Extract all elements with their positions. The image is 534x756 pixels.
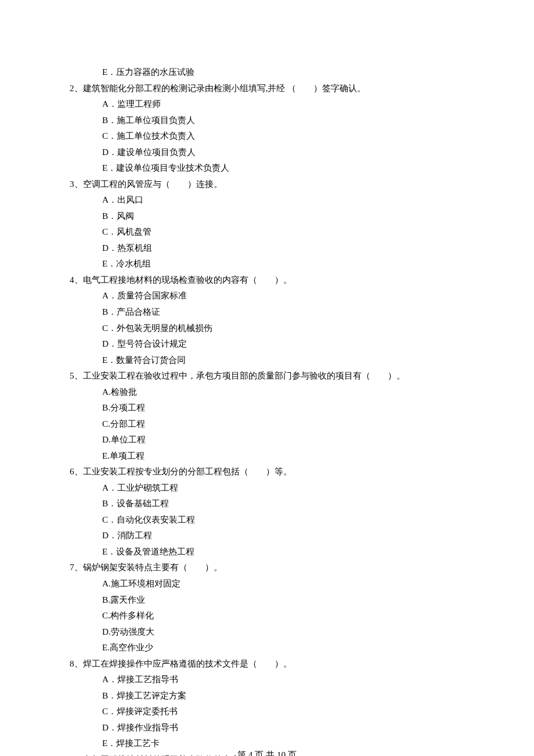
q4-option-a: A．质量符合国家标准 — [70, 287, 464, 304]
q2-stem: 2、建筑智能化分部工程的检测记录由检测小组填写,并经 （ ）签字确认。 — [70, 80, 464, 96]
q2-option-c: C．施工单位技术负责入 — [70, 128, 464, 144]
q5-option-d: D.单位工程 — [70, 431, 464, 448]
q4-option-d: D．型号符合设计规定 — [70, 336, 464, 352]
q1-option-e: E．压力容器的水压试验 — [70, 64, 464, 80]
q5-option-e: E.单项工程 — [70, 448, 464, 464]
q6-option-d: D．消防工程 — [70, 527, 464, 543]
q7-option-a: A.施工环境相对固定 — [70, 575, 464, 592]
q8-option-d: D．焊接作业指导书 — [70, 719, 464, 736]
q4-stem: 4、电气工程接地材料的现场检查验收的内容有（ ）。 — [70, 272, 464, 288]
q6-option-b: B．设备基础工程 — [70, 495, 464, 512]
q6-option-e: E．设备及管道绝热工程 — [70, 543, 464, 560]
q7-option-c: C.构件多样化 — [70, 607, 464, 624]
q2-option-a: A．监理工程师 — [70, 96, 464, 112]
q2-option-b: B．施工单位项目负责人 — [70, 112, 464, 128]
document-page: E．压力容器的水压试验 2、建筑智能化分部工程的检测记录由检测小组填写,并经 （… — [0, 0, 534, 756]
q2-option-e: E．建设单位项目专业技术负责人 — [70, 160, 464, 176]
q5-option-b: B.分项工程 — [70, 399, 464, 416]
q5-stem: 5、工业安装工程在验收过程中，承包方项目部的质量部门参与验收的项目有（ ）。 — [70, 368, 464, 384]
page-number-footer: 第 4 页 共 10 页 — [0, 747, 534, 756]
q4-option-c: C．外包装无明显的机械损伤 — [70, 320, 464, 336]
q7-option-d: D.劳动强度大 — [70, 624, 464, 640]
q3-option-c: C．风机盘管 — [70, 224, 464, 240]
q6-stem: 6、工业安装工程按专业划分的分部工程包括（ ）等。 — [70, 463, 464, 480]
q2-option-d: D．建设单位项目负责人 — [70, 144, 464, 160]
q4-option-e: E．数量符合订货合同 — [70, 352, 464, 368]
q8-option-c: C．焊接评定委托书 — [70, 703, 464, 719]
q6-option-a: A．工业炉砌筑工程 — [70, 480, 464, 496]
q7-option-e: E.高空作业少 — [70, 639, 464, 656]
q3-option-e: E．冷水机组 — [70, 255, 464, 272]
q5-option-a: A.检验批 — [70, 384, 464, 400]
q3-stem: 3、空调工程的风管应与（ ）连接。 — [70, 176, 464, 192]
q3-option-a: A．出风口 — [70, 192, 464, 208]
q8-stem: 8、焊工在焊接操作中应严格遵循的技术文件是（ ）。 — [70, 656, 464, 672]
q4-option-b: B．产品合格证 — [70, 304, 464, 320]
q7-option-b: B.露天作业 — [70, 592, 464, 608]
q8-option-a: A．焊接工艺指导书 — [70, 671, 464, 687]
q7-stem: 7、锅炉钢架安装特点主要有（ ）。 — [70, 559, 464, 575]
q3-option-d: D．热泵机组 — [70, 240, 464, 256]
q6-option-c: C．自动化仪表安装工程 — [70, 512, 464, 528]
q8-option-b: B．焊接工艺评定方案 — [70, 687, 464, 704]
q5-option-c: C.分部工程 — [70, 416, 464, 432]
q3-option-b: B．风阀 — [70, 208, 464, 224]
